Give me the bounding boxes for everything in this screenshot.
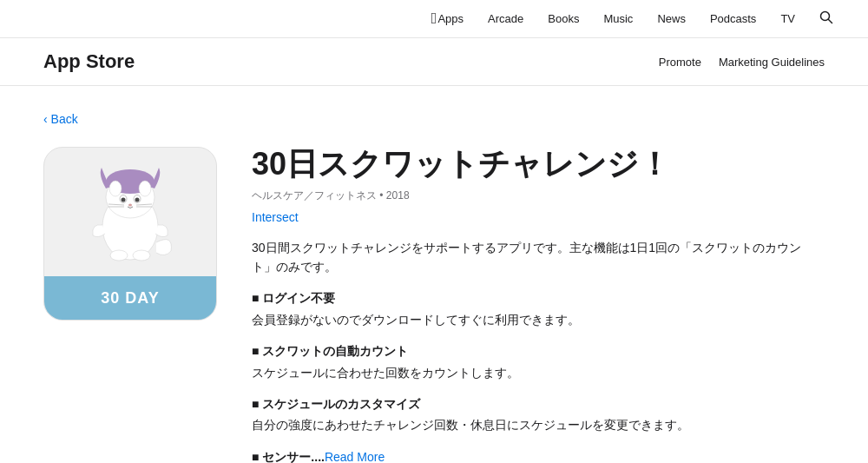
svg-point-5: [109, 181, 122, 196]
feature-block-1: ■ スクワットの自動カウント スケジュールに合わせた回数をカウントします。: [252, 341, 825, 382]
app-title: 30日スクワットチャレンジ！: [252, 147, 825, 182]
nav-apps[interactable]: Apps: [437, 12, 464, 25]
svg-point-9: [122, 198, 126, 202]
nav-podcasts[interactable]: Podcasts: [710, 12, 756, 25]
app-developer-link[interactable]: Intersect: [252, 210, 825, 224]
app-icon-illustration: [44, 148, 216, 276]
feature-title-3: ■ センサー....: [252, 450, 325, 463]
app-icon-banner: 30 DAY: [44, 276, 216, 320]
promote-link[interactable]: Promote: [659, 56, 701, 69]
feature-block-0: ■ ログイン不要 会員登録がないのでダウンロードしてすぐに利用できます。: [252, 288, 825, 329]
feature-body-0: 会員登録がないのでダウンロードしてすぐに利用できます。: [252, 310, 825, 329]
sub-nav-links: Promote Marketing Guidelines: [659, 56, 825, 69]
apple-logo-icon[interactable]: : [431, 10, 437, 28]
feature-body-2: 自分の強度にあわせたチャレンジ回数・休息日にスケジュールを変更できます。: [252, 415, 825, 434]
svg-line-1: [829, 20, 832, 23]
store-title: App Store: [43, 50, 135, 73]
svg-point-17: [133, 250, 150, 261]
search-icon[interactable]: [819, 10, 833, 27]
svg-point-16: [110, 250, 128, 261]
svg-point-10: [135, 198, 140, 202]
app-meta: ヘルスケア／フィットネス • 2018: [252, 189, 825, 203]
description-lead: 30日間スクワットチャレンジをサポートするアプリです。主な機能は1日1回の「スク…: [252, 238, 825, 277]
main-content: Back: [0, 86, 868, 463]
top-navigation:  Apps Arcade Books Music News Podcasts …: [0, 0, 868, 38]
svg-point-6: [139, 181, 151, 196]
feature-block-3: ■ センサー....Read More: [252, 447, 825, 463]
nav-music[interactable]: Music: [603, 12, 633, 25]
read-more-link[interactable]: Read More: [325, 450, 385, 463]
app-info: 30日スクワットチャレンジ！ ヘルスケア／フィットネス • 2018 Inter…: [252, 147, 825, 463]
app-icon: 30 DAY: [43, 147, 217, 321]
feature-title-1: ■ スクワットの自動カウント: [252, 341, 825, 360]
feature-title-2: ■ スケジュールのカスタマイズ: [252, 394, 825, 413]
cat-illustration: [74, 155, 187, 268]
svg-point-11: [128, 204, 132, 207]
feature-block-2: ■ スケジュールのカスタマイズ 自分の強度にあわせたチャレンジ回数・休息日にスケ…: [252, 394, 825, 435]
app-description: 30日間スクワットチャレンジをサポートするアプリです。主な機能は1日1回の「スク…: [252, 238, 825, 463]
nav-books[interactable]: Books: [548, 12, 579, 25]
marketing-guidelines-link[interactable]: Marketing Guidelines: [719, 56, 825, 69]
feature-body-1: スケジュールに合わせた回数をカウントします。: [252, 363, 825, 382]
nav-links: Apps Arcade Books Music News Podcasts TV: [437, 10, 833, 27]
nav-tv[interactable]: TV: [780, 12, 795, 25]
nav-news[interactable]: News: [657, 12, 686, 25]
app-icon-banner-text: 30 DAY: [101, 289, 159, 308]
sub-navigation: App Store Promote Marketing Guidelines: [0, 38, 868, 86]
feature-title-0: ■ ログイン不要: [252, 288, 825, 308]
nav-arcade[interactable]: Arcade: [488, 12, 523, 25]
back-link[interactable]: Back: [43, 112, 78, 126]
app-detail: 30 DAY 30日スクワットチャレンジ！ ヘルスケア／フィットネス • 201…: [43, 147, 825, 463]
app-icon-wrapper: 30 DAY: [43, 147, 217, 321]
